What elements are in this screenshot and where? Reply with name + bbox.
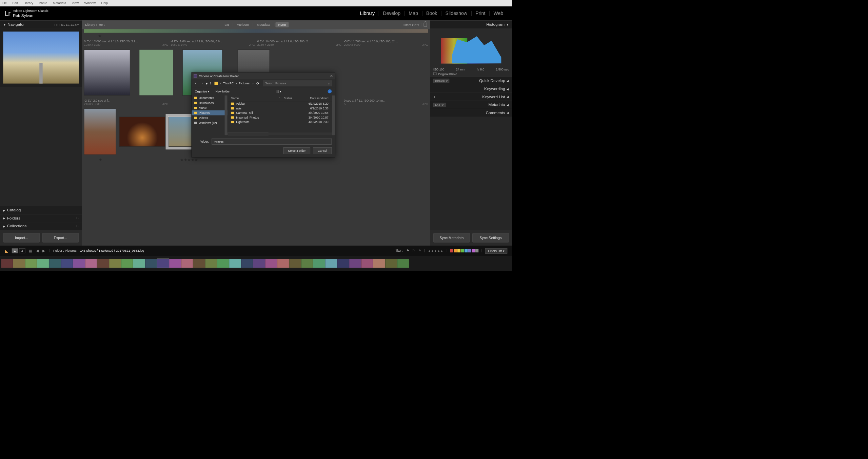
navigator-header[interactable]: ▼ Navigator FIT FILL 1:1 1:2.6 ▾ [0, 20, 82, 28]
filmstrip-thumb[interactable] [385, 259, 397, 268]
module-develop[interactable]: Develop [379, 11, 405, 16]
filter-metadata[interactable]: Metadata [254, 22, 273, 27]
filmstrip-thumb[interactable] [121, 259, 133, 268]
list-item[interactable]: Lightroom4/16/2018 9:30 [228, 120, 335, 124]
grid-photo[interactable] [139, 49, 173, 96]
chevron-down-icon[interactable]: ▾ [77, 23, 79, 26]
filters-off-dropdown[interactable]: Filters Off ▾ [402, 23, 419, 27]
filmstrip-thumb[interactable] [157, 259, 169, 268]
keyword-list-header[interactable]: + Keyword List ◀ [430, 93, 512, 101]
lock-icon[interactable] [424, 23, 427, 27]
histogram-header[interactable]: Histogram ▼ [430, 20, 512, 28]
filmstrip-thumb[interactable] [229, 259, 241, 268]
list-header[interactable]: Name ˆ Status Date modified [228, 95, 335, 101]
module-book[interactable]: Book [422, 11, 441, 16]
navigator-preview[interactable] [0, 28, 82, 87]
filmstrip-thumb[interactable] [97, 259, 109, 268]
filmstrip-thumb[interactable] [205, 259, 217, 268]
folder-name-input[interactable] [212, 139, 332, 145]
filmstrip-thumb[interactable] [1, 259, 13, 268]
select-folder-button[interactable]: Select Folder [283, 147, 310, 154]
go-forward-icon[interactable]: ▶ [42, 249, 45, 253]
grid-view-icon[interactable]: ▦ [29, 249, 32, 253]
filmstrip-thumb[interactable] [61, 259, 73, 268]
flag-unpick-icon[interactable]: ⚐ [412, 249, 415, 253]
list-item[interactable]: avis6/2/2019 5:38 [228, 106, 335, 111]
filmstrip-thumb[interactable] [253, 259, 265, 268]
organize-menu[interactable]: Organize ▾ [195, 89, 210, 93]
filmstrip-thumb[interactable] [289, 259, 301, 268]
filter-none[interactable]: None [275, 22, 289, 27]
recent-chevron-icon[interactable]: ▾ [206, 81, 208, 85]
menu-view[interactable]: View [72, 1, 79, 5]
filmstrip[interactable] [0, 256, 512, 271]
add-keyword-icon[interactable]: + [433, 95, 436, 99]
filters-off-select[interactable]: Filters Off ▾ [485, 248, 507, 253]
filmstrip-thumb[interactable] [217, 259, 229, 268]
folders-header[interactable]: ▶ Folders −+. [0, 214, 82, 222]
histogram-display[interactable] [433, 32, 509, 63]
up-icon[interactable]: ↑ [210, 81, 211, 85]
grid-photo[interactable] [84, 49, 130, 96]
collections-add[interactable]: +. [76, 224, 79, 228]
filmstrip-thumb[interactable] [349, 259, 361, 268]
filter-text[interactable]: Text [220, 22, 232, 27]
module-library[interactable]: Library [356, 11, 379, 16]
tree-item-selected[interactable]: Pictures [192, 110, 228, 116]
flag-pick-icon[interactable]: ⚑ [406, 249, 409, 253]
close-icon[interactable]: ✕ [330, 74, 333, 78]
filmstrip-thumb[interactable] [373, 259, 385, 268]
module-web[interactable]: Web [490, 11, 507, 16]
menu-edit[interactable]: Edit [12, 1, 18, 5]
dialog-titlebar[interactable]: Choose or Create New Folder... ✕ [192, 72, 335, 79]
tree-item[interactable]: Videos [192, 115, 228, 120]
grid-photo[interactable] [84, 109, 116, 155]
filmstrip-thumb[interactable] [337, 259, 349, 268]
menu-window[interactable]: Window [84, 1, 96, 5]
export-button[interactable]: Export... [42, 233, 79, 243]
menu-file[interactable]: File [2, 1, 7, 5]
horizontal-scrollbar[interactable] [228, 132, 332, 135]
filmstrip-thumb[interactable] [49, 259, 61, 268]
filmstrip-thumb[interactable] [325, 259, 337, 268]
metadata-header[interactable]: EXIF ≎ Metadata ◀ [430, 101, 512, 109]
filmstrip-thumb[interactable] [25, 259, 37, 268]
filmstrip-thumb[interactable] [265, 259, 277, 268]
sync-settings-button[interactable]: Sync Settings [472, 233, 509, 243]
refresh-icon[interactable]: ⟳ [256, 81, 259, 85]
filmstrip-thumb[interactable] [277, 259, 289, 268]
address-dropdown-icon[interactable]: ⌄ [252, 81, 254, 85]
filmstrip-thumb[interactable] [301, 259, 313, 268]
sync-metadata-button[interactable]: Sync Metadata [433, 233, 470, 243]
menu-library[interactable]: Library [23, 1, 33, 5]
module-map[interactable]: Map [405, 11, 422, 16]
menu-metadata[interactable]: Metadata [53, 1, 66, 5]
defaults-select[interactable]: Defaults ≎ [433, 79, 449, 83]
comments-header[interactable]: Comments ◀ [430, 109, 512, 117]
import-button[interactable]: Import... [3, 233, 40, 243]
tree-item[interactable]: Documents [192, 95, 228, 100]
color-label-filter[interactable] [450, 249, 479, 252]
back-icon[interactable]: ← [194, 81, 198, 85]
filmstrip-thumb[interactable] [313, 259, 325, 268]
module-print[interactable]: Print [471, 11, 489, 16]
file-list[interactable]: Name ˆ Status Date modified Adobe6/14/20… [228, 95, 335, 135]
forward-icon[interactable]: → [200, 81, 204, 85]
filmstrip-thumb[interactable] [85, 259, 97, 268]
folders-add-remove[interactable]: −+. [73, 216, 79, 220]
folder-tree[interactable]: Documents Downloads Music Pictures Video… [192, 95, 228, 135]
filmstrip-thumb[interactable] [241, 259, 253, 268]
breadcrumb-root[interactable]: This PC [223, 82, 234, 85]
filmstrip-thumb[interactable] [13, 259, 25, 268]
collections-header[interactable]: ▶ Collections +. [0, 222, 82, 230]
grid-photo[interactable] [119, 117, 165, 147]
filmstrip-thumb[interactable] [361, 259, 373, 268]
secondary-display-toggle[interactable]: 1 2 [12, 248, 25, 253]
filmstrip-thumb[interactable] [37, 259, 49, 268]
menu-photo[interactable]: Photo [39, 1, 47, 5]
keywording-header[interactable]: Keywording ◀ [430, 85, 512, 93]
search-input[interactable]: Search Pictures ⌕ [263, 80, 332, 86]
list-item[interactable]: Adobe6/14/2018 5:20 [228, 101, 335, 106]
filmstrip-thumb[interactable] [181, 259, 193, 268]
rating-filter[interactable]: ★★★★★ [428, 249, 444, 253]
